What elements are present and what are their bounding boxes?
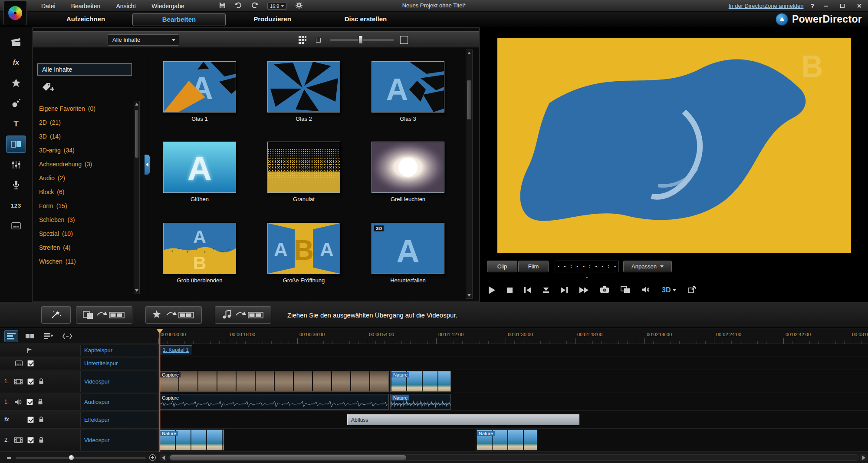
library-item[interactable]: A Glas 1 bbox=[163, 61, 237, 122]
track-manager-icon[interactable] bbox=[42, 330, 56, 342]
category-block[interactable]: Block(6) bbox=[39, 185, 131, 199]
category-scrollbar[interactable] bbox=[134, 101, 140, 294]
volume-speaker-icon[interactable] bbox=[642, 286, 650, 294]
tab-aufzeichnen[interactable]: Aufzeichnen bbox=[39, 12, 132, 27]
add-tag-icon[interactable] bbox=[40, 81, 56, 95]
category-schieben[interactable]: Schieben(3) bbox=[39, 213, 131, 227]
menu-wiedergabe[interactable]: Wiedergabe bbox=[151, 3, 184, 10]
minimize-button[interactable] bbox=[821, 2, 831, 10]
transition-thumbnail-grob-ueberblenden[interactable]: AB bbox=[163, 223, 236, 274]
lock-icon[interactable] bbox=[39, 378, 44, 384]
chapter-room-icon[interactable]: 123 bbox=[6, 197, 26, 214]
particle-room-icon[interactable] bbox=[6, 95, 26, 112]
category-eigene-favoriten[interactable]: Eigene Favoriten(0) bbox=[39, 102, 131, 116]
thumbnail-zoom-in-icon[interactable] bbox=[400, 36, 408, 44]
video-clip-nature[interactable]: Nature bbox=[476, 430, 537, 450]
help-button[interactable]: ? bbox=[810, 3, 814, 10]
effect-room-icon[interactable]: fx bbox=[6, 54, 26, 71]
collapse-sidebar-handle[interactable] bbox=[145, 155, 150, 175]
track-header-untertitelspur[interactable]: Untertitelspur bbox=[0, 357, 158, 370]
snapshot-camera-icon[interactable] bbox=[600, 286, 609, 294]
scrollbar-thumb[interactable] bbox=[467, 80, 471, 119]
tab-disc-erstellen[interactable]: Disc erstellen bbox=[319, 12, 412, 27]
scroll-left-icon[interactable] bbox=[160, 454, 167, 461]
audio-clip-nature[interactable]: Nature bbox=[390, 394, 451, 410]
category-3d[interactable]: 3D(14) bbox=[39, 129, 131, 143]
track-content-untertitelspur[interactable] bbox=[158, 357, 868, 370]
tab-bearbeiten[interactable]: Bearbeiten bbox=[132, 13, 226, 26]
media-room-icon[interactable] bbox=[6, 33, 26, 51]
category-2d[interactable]: 2D(21) bbox=[39, 116, 131, 129]
content-filter-dropdown[interactable]: Alle Inhalte bbox=[108, 34, 179, 46]
library-item[interactable]: Grell leuchten bbox=[372, 142, 445, 202]
preview-video[interactable]: B bbox=[497, 38, 851, 253]
scroll-down-icon[interactable] bbox=[134, 288, 139, 294]
scroll-up-icon[interactable] bbox=[134, 101, 139, 107]
track-content-kapitelspur[interactable]: 1. Kapitel 1 bbox=[158, 344, 868, 357]
timecode-display[interactable]: - - : - - : - - : - - bbox=[555, 261, 619, 272]
transition-thumbnail-grosse-eroeffnung[interactable]: BAA bbox=[267, 223, 340, 274]
scroll-down-icon[interactable] bbox=[466, 292, 472, 298]
track-header-videospur-1[interactable]: 1. Videospur bbox=[0, 370, 158, 393]
timeline-zoom-in-icon[interactable] bbox=[149, 454, 156, 461]
lock-icon[interactable] bbox=[39, 417, 44, 423]
grid-view-icon[interactable] bbox=[297, 35, 308, 45]
maximize-button[interactable] bbox=[838, 2, 847, 10]
magic-wand-button[interactable] bbox=[41, 306, 71, 324]
scrollbar-thumb[interactable] bbox=[170, 455, 406, 460]
track-content-effektspur[interactable]: Abfluss bbox=[158, 411, 868, 429]
category-streifen[interactable]: Streifen(4) bbox=[39, 241, 131, 255]
pip-objects-room-icon[interactable] bbox=[6, 74, 26, 92]
3d-mode-button[interactable]: 3D bbox=[662, 286, 676, 294]
storyboard-view-icon[interactable] bbox=[23, 330, 37, 342]
save-icon[interactable] bbox=[219, 2, 226, 10]
track-enable-checkbox[interactable] bbox=[27, 360, 34, 367]
timeline-view-icon[interactable] bbox=[4, 330, 18, 342]
range-selection-icon[interactable] bbox=[60, 330, 74, 342]
redo-icon[interactable] bbox=[251, 2, 259, 10]
transition-room-icon[interactable] bbox=[6, 136, 26, 153]
timeline-ruler[interactable]: 00:00:00:00 00:00:18:00 00:00:36:00 00:0… bbox=[158, 328, 868, 344]
lock-icon[interactable] bbox=[38, 399, 43, 405]
track-enable-checkbox[interactable] bbox=[27, 417, 34, 423]
menu-datei[interactable]: Datei bbox=[41, 3, 56, 10]
play-button[interactable] bbox=[489, 286, 495, 294]
undo-icon[interactable] bbox=[234, 2, 242, 10]
next-frame-button[interactable] bbox=[561, 287, 568, 293]
playhead-marker[interactable] bbox=[156, 329, 163, 334]
directorzone-signin-link[interactable]: In der DirectorZone anmelden bbox=[729, 3, 804, 9]
transition-thumbnail-glas-3[interactable]: A bbox=[372, 61, 444, 112]
track-header-audiospur-1[interactable]: 1. Audiospur bbox=[0, 393, 158, 411]
scroll-up-icon[interactable] bbox=[466, 50, 472, 56]
timeline-zoom-slider[interactable] bbox=[16, 457, 146, 459]
track-header-effektspur[interactable]: fx Effektspur bbox=[0, 411, 158, 429]
video-clip-capture[interactable]: Capture bbox=[159, 371, 389, 392]
category-spezial[interactable]: Spezial(10) bbox=[39, 227, 131, 241]
stop-button[interactable] bbox=[507, 288, 513, 293]
library-item[interactable]: A Glas 3 bbox=[372, 61, 445, 122]
menu-ansicht[interactable]: Ansicht bbox=[116, 3, 136, 10]
track-enable-checkbox[interactable] bbox=[27, 437, 34, 443]
track-content-videospur-2[interactable]: Nature Nature bbox=[158, 429, 868, 452]
transition-thumbnail-grell-leuchten[interactable] bbox=[372, 142, 444, 193]
video-clip-nature[interactable]: Nature bbox=[390, 371, 451, 392]
dual-preview-icon[interactable] bbox=[621, 286, 630, 294]
close-button[interactable] bbox=[854, 2, 864, 10]
thumbnail-zoom-out-icon[interactable] bbox=[316, 38, 321, 43]
selected-category-box[interactable]: Alle Inhalte bbox=[37, 63, 132, 76]
transition-thumbnail-glas-2[interactable] bbox=[267, 61, 340, 112]
aspect-ratio-dropdown[interactable]: 16:9 bbox=[267, 3, 287, 10]
apply-effect-to-track-button[interactable] bbox=[145, 306, 202, 324]
tab-produzieren[interactable]: Produzieren bbox=[226, 12, 319, 27]
category-wischen[interactable]: Wischen(11) bbox=[39, 255, 131, 268]
transition-thumbnail-herunterfallen[interactable]: 3DA bbox=[372, 223, 444, 274]
timeline-horizontal-scrollbar[interactable] bbox=[168, 454, 859, 461]
thumbnail-zoom-slider-thumb[interactable] bbox=[358, 36, 363, 44]
previous-frame-button[interactable] bbox=[524, 287, 531, 293]
track-header-videospur-2[interactable]: 2. Videospur bbox=[0, 429, 158, 452]
library-item[interactable]: AA Glühen bbox=[163, 142, 237, 202]
transition-thumbnail-glas-1[interactable]: A bbox=[163, 61, 236, 112]
subtitle-room-icon[interactable] bbox=[6, 217, 26, 235]
settings-gear-icon[interactable] bbox=[296, 2, 302, 10]
clip-mode-button[interactable]: Clip bbox=[487, 261, 517, 272]
